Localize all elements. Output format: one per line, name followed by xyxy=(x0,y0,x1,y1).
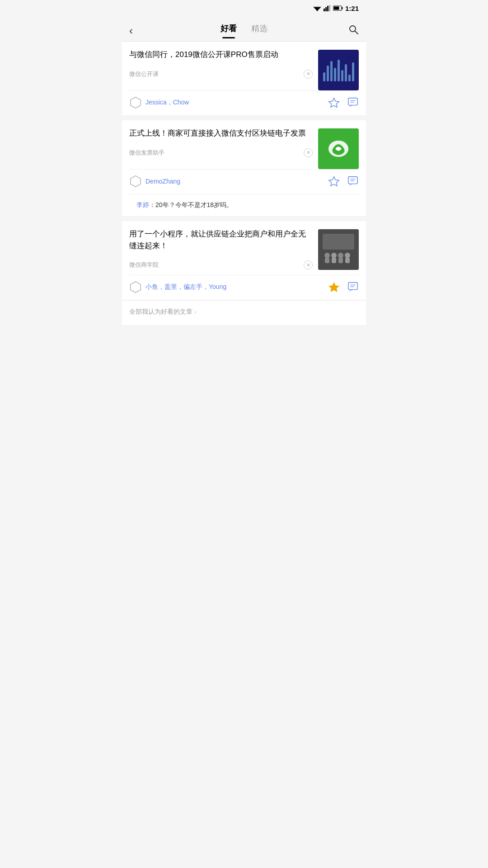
svg-rect-8 xyxy=(342,7,343,9)
svg-rect-21 xyxy=(348,177,357,184)
svg-point-27 xyxy=(324,253,330,258)
article-2-text: 正式上线！商家可直接接入微信支付区块链电子发票 微信发票助手 ✕ xyxy=(129,127,313,163)
header-tabs: 好看 精选 xyxy=(149,23,339,38)
article-3-users[interactable]: 小鱼，盖里，偏左手，Young xyxy=(145,283,226,291)
article-1-reaction-right xyxy=(328,97,359,108)
article-1-users[interactable]: Jessica，Chow xyxy=(145,99,189,107)
svg-rect-14 xyxy=(348,98,357,105)
search-icon xyxy=(348,24,359,35)
tab-jingxuan[interactable]: 精选 xyxy=(251,23,267,38)
article-1-thumb[interactable] xyxy=(318,50,359,90)
article-3-source-row: 微信商学院 ✕ xyxy=(129,256,313,275)
article-1-close[interactable]: ✕ xyxy=(304,70,313,79)
svg-rect-31 xyxy=(325,258,329,263)
article-3-close[interactable]: ✕ xyxy=(304,260,313,269)
svg-marker-24 xyxy=(349,184,353,186)
svg-rect-32 xyxy=(332,258,336,263)
viz-bar xyxy=(352,62,354,81)
article-1-source: 微信公开课 xyxy=(129,70,159,78)
bottom-link-label: 全部我认为好看的文章 xyxy=(129,308,192,316)
comment-text-2: ：20年？今年不是才18岁吗。 xyxy=(149,201,233,208)
article-3-thumb[interactable] xyxy=(318,229,359,270)
article-2-reaction-row: DemoZhang xyxy=(129,169,359,194)
bottom-link[interactable]: 全部我认为好看的文章 › xyxy=(122,300,366,325)
article-1-reaction-row: Jessica，Chow xyxy=(129,90,359,115)
article-3-source: 微信商学院 xyxy=(129,261,159,269)
svg-marker-35 xyxy=(131,282,141,292)
like-icon-2[interactable] xyxy=(328,175,340,187)
viz-bar xyxy=(348,75,351,81)
svg-rect-37 xyxy=(348,283,357,290)
article-1-text: 与微信同行，2019微信公开课PRO售票启动 微信公开课 ✕ xyxy=(129,49,313,84)
viz-bar xyxy=(334,68,336,81)
viz-bar xyxy=(341,70,343,81)
viz-bar xyxy=(327,66,329,81)
svg-rect-3 xyxy=(324,9,325,11)
viz-bar xyxy=(330,61,333,81)
article-1-thumb-bg xyxy=(318,50,359,90)
visualizer-bars xyxy=(323,59,354,81)
article-1-reaction-left: Jessica，Chow xyxy=(129,96,189,109)
article-2-comment: 李婷：20年？今年不是才18岁吗。 xyxy=(129,194,359,216)
group-photo-icon xyxy=(318,229,359,270)
viz-bar xyxy=(338,60,340,81)
article-card-3: 用了一个小程序，就让供应链企业把商户和用户全无缝连起来！ 微信商学院 ✕ xyxy=(122,221,366,300)
wifi-icon xyxy=(313,5,321,11)
article-2-source: 微信发票助手 xyxy=(129,149,164,157)
article-3-reaction-left: 小鱼，盖里，偏左手，Young xyxy=(129,281,226,293)
tab-haokан[interactable]: 好看 xyxy=(221,23,237,38)
article-3-thumb-bg xyxy=(318,229,359,270)
comment-icon-2[interactable] xyxy=(347,175,359,187)
separator-2 xyxy=(122,217,366,221)
article-1-source-row: 微信公开课 ✕ xyxy=(129,65,313,84)
viz-bar xyxy=(323,72,325,81)
battery-icon xyxy=(333,5,343,11)
comment-icon-1[interactable] xyxy=(347,97,359,108)
back-button[interactable]: ‹ xyxy=(129,23,149,39)
avatar-hexagon-icon-3 xyxy=(129,281,142,293)
article-2-thumb-bg xyxy=(318,128,359,169)
article-2-body: 正式上线！商家可直接接入微信支付区块链电子发票 微信发票助手 ✕ xyxy=(129,127,359,169)
signal-icon xyxy=(324,5,331,11)
article-2-reaction-left: DemoZhang xyxy=(129,175,180,188)
svg-rect-4 xyxy=(325,7,327,11)
comment-icon-3[interactable] xyxy=(347,281,359,293)
svg-rect-5 xyxy=(327,6,328,11)
viz-bar xyxy=(345,64,347,81)
avatar-hexagon-icon-2 xyxy=(129,175,142,188)
article-1-title[interactable]: 与微信同行，2019微信公开课PRO售票启动 xyxy=(129,49,313,61)
article-card-1: 与微信同行，2019微信公开课PRO售票启动 微信公开课 ✕ xyxy=(122,42,366,116)
content: 与微信同行，2019微信公开课PRO售票启动 微信公开课 ✕ xyxy=(122,42,366,325)
svg-point-29 xyxy=(338,253,343,258)
status-icons: 1:21 xyxy=(313,5,359,12)
svg-rect-6 xyxy=(329,5,330,11)
comment-user-2: 李婷 xyxy=(136,201,149,208)
search-button[interactable] xyxy=(339,24,359,38)
status-time: 1:21 xyxy=(345,5,359,12)
like-icon-3[interactable] xyxy=(328,281,340,293)
article-3-reaction-right xyxy=(328,281,359,293)
svg-point-2 xyxy=(316,10,318,11)
article-2-users[interactable]: DemoZhang xyxy=(145,178,180,185)
svg-marker-13 xyxy=(329,98,339,107)
svg-point-30 xyxy=(345,253,350,258)
svg-marker-19 xyxy=(131,176,141,187)
svg-line-11 xyxy=(355,31,358,34)
article-3-title[interactable]: 用了一个小程序，就让供应链企业把商户和用户全无缝连起来！ xyxy=(129,228,313,251)
article-2-reaction-right xyxy=(328,175,359,187)
chevron-right-icon: › xyxy=(194,308,197,316)
article-2-thumb[interactable] xyxy=(318,128,359,169)
article-2-close[interactable]: ✕ xyxy=(304,148,313,157)
article-3-body: 用了一个小程序，就让供应链企业把商户和用户全无缝连起来！ 微信商学院 ✕ xyxy=(129,228,359,275)
svg-marker-12 xyxy=(131,97,141,108)
article-2-source-row: 微信发票助手 ✕ xyxy=(129,144,313,163)
article-2-title[interactable]: 正式上线！商家可直接接入微信支付区块链电子发票 xyxy=(129,127,313,139)
article-3-reaction-row: 小鱼，盖里，偏左手，Young xyxy=(129,275,359,300)
article-card-2: 正式上线！商家可直接接入微信支付区块链电子发票 微信发票助手 ✕ xyxy=(122,120,366,217)
separator-1 xyxy=(122,116,366,120)
like-icon-1[interactable] xyxy=(328,97,340,108)
svg-marker-36 xyxy=(329,283,339,292)
wechat-logo-icon xyxy=(326,137,351,161)
status-bar: 1:21 xyxy=(122,0,366,16)
svg-rect-33 xyxy=(338,258,343,263)
